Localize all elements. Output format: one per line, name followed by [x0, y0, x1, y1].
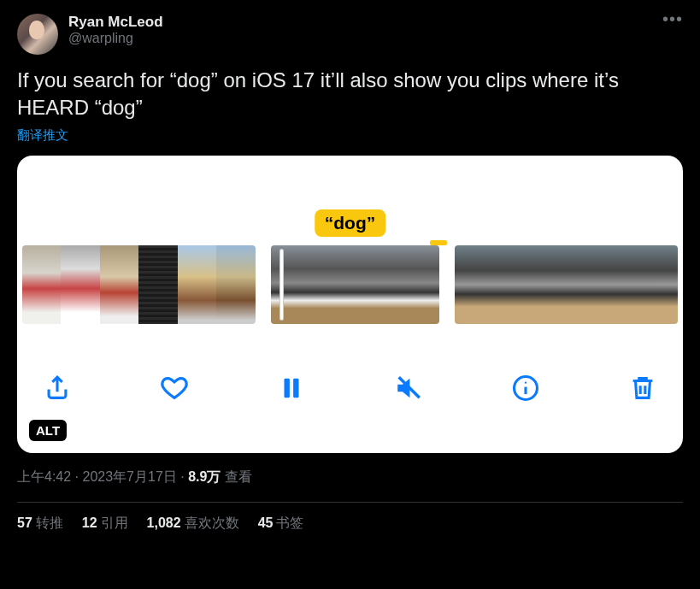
mute-icon[interactable]: [392, 372, 425, 404]
video-frame: [641, 245, 678, 324]
tweet-time[interactable]: 上午4:42: [17, 469, 71, 484]
trash-icon[interactable]: [626, 372, 659, 404]
caption-marker: [430, 240, 447, 245]
video-filmstrip[interactable]: [17, 245, 683, 324]
clip-group[interactable]: [455, 245, 678, 324]
tweet-meta: 上午4:42 · 2023年7月17日 · 8.9万 查看: [17, 468, 683, 486]
video-frame: [61, 245, 99, 324]
views-label: 查看: [221, 469, 251, 484]
avatar[interactable]: [17, 14, 58, 55]
media-toolbar: [17, 324, 683, 453]
quotes-stat[interactable]: 12引用: [82, 515, 128, 533]
share-icon[interactable]: [41, 372, 74, 404]
video-frame: [355, 245, 397, 324]
user-handle: @warpling: [68, 31, 652, 46]
retweets-stat[interactable]: 57转推: [17, 515, 63, 533]
pause-icon[interactable]: [275, 372, 308, 404]
video-frame: [216, 245, 255, 324]
svg-rect-0: [285, 379, 290, 398]
caption-pill: “dog”: [315, 209, 385, 237]
translate-link[interactable]: 翻译推文: [17, 127, 68, 144]
info-icon[interactable]: [509, 372, 542, 404]
media-preview-area: “dog”: [17, 156, 683, 245]
video-frame: [603, 245, 640, 324]
divider: [17, 502, 683, 503]
heart-icon[interactable]: [158, 372, 191, 404]
clip-group[interactable]: [271, 245, 440, 324]
tweet-container: Ryan McLeod @warpling ••• If you search …: [0, 0, 700, 546]
video-frame: [138, 245, 177, 324]
video-frame: [100, 245, 138, 324]
likes-stat[interactable]: 1,082喜欢次数: [147, 515, 239, 533]
tweet-date[interactable]: 2023年7月17日: [82, 469, 176, 484]
video-frame: [492, 245, 529, 324]
views-count: 8.9万: [188, 469, 221, 484]
clip-group[interactable]: [22, 245, 256, 324]
tweet-header: Ryan McLeod @warpling •••: [17, 14, 683, 55]
tweet-text: If you search for “dog” on iOS 17 it’ll …: [17, 67, 683, 122]
playhead-indicator[interactable]: [279, 249, 284, 321]
more-options-icon[interactable]: •••: [662, 14, 683, 24]
video-frame: [529, 245, 566, 324]
bookmarks-stat[interactable]: 45书签: [258, 515, 304, 533]
svg-rect-1: [293, 379, 298, 398]
video-frame: [397, 245, 439, 324]
alt-badge[interactable]: ALT: [29, 420, 67, 441]
video-frame: [22, 245, 61, 324]
media-card[interactable]: “dog”: [17, 156, 683, 453]
tweet-stats: 57转推 12引用 1,082喜欢次数 45书签: [17, 515, 683, 533]
video-frame: [313, 245, 355, 324]
video-frame: [567, 245, 603, 324]
user-block[interactable]: Ryan McLeod @warpling: [68, 14, 652, 46]
video-frame: [178, 245, 216, 324]
svg-point-5: [525, 382, 526, 384]
video-frame: [455, 245, 491, 324]
display-name: Ryan McLeod: [68, 14, 652, 31]
video-frame: [271, 245, 313, 324]
